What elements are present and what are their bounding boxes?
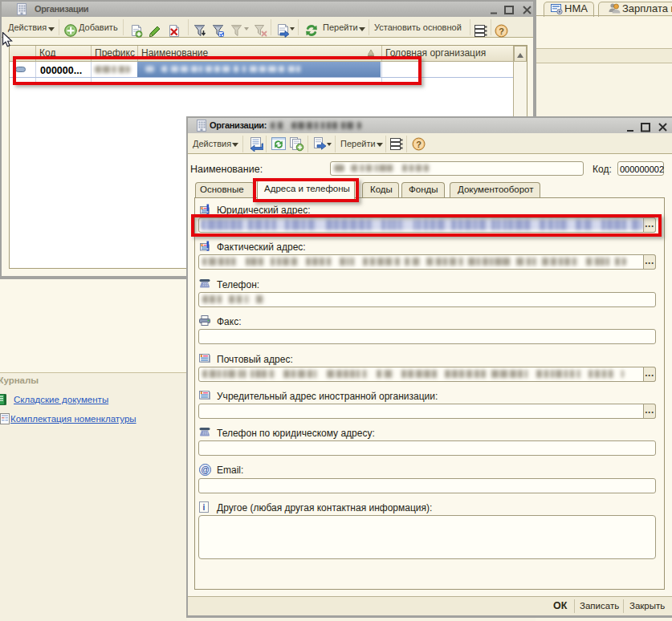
svg-text:@: @: [201, 465, 209, 474]
svg-text:?: ?: [416, 140, 422, 149]
svg-text:?: ?: [499, 26, 504, 36]
svg-text:i: i: [203, 503, 206, 512]
